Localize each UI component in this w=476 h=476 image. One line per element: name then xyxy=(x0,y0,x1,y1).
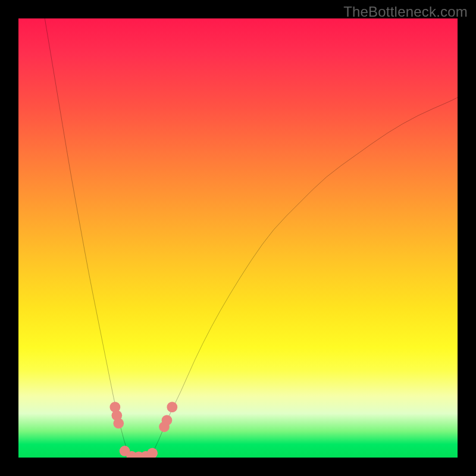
left-curve xyxy=(45,18,133,458)
data-marker xyxy=(162,415,173,425)
marker-layer xyxy=(110,402,178,458)
chart-svg xyxy=(18,18,458,458)
plot-area xyxy=(18,18,458,458)
data-marker xyxy=(147,448,158,458)
data-marker xyxy=(113,418,124,429)
watermark-text: TheBottleneck.com xyxy=(343,4,468,20)
right-curve xyxy=(150,98,458,458)
chart-frame: TheBottleneck.com xyxy=(0,0,476,476)
data-marker xyxy=(167,402,177,412)
